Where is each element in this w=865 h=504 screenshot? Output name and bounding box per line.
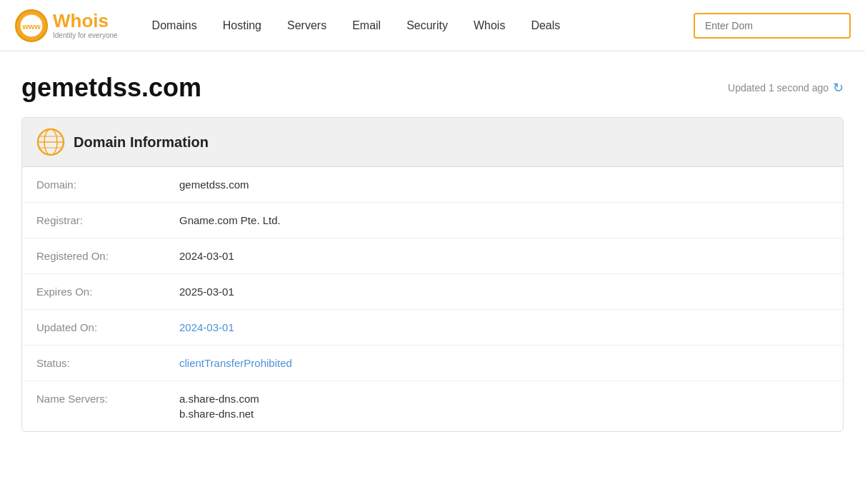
updated-on-link[interactable]: 2024-03-01 — [179, 321, 234, 333]
nav-item-email[interactable]: Email — [339, 0, 394, 51]
field-value-registered-on: 2024-03-01 — [165, 238, 843, 274]
card-title: Domain Information — [74, 134, 209, 151]
main-content: gemetdss.com Updated 1 second ago ↻ Doma… — [0, 51, 865, 453]
logo[interactable]: www Whois Identity for everyone — [14, 9, 118, 43]
table-row: Name Servers: a.share-dns.com b.share-dn… — [22, 381, 843, 432]
field-label-name-servers: Name Servers: — [22, 381, 165, 432]
name-server-1: a.share-dns.com — [179, 393, 829, 405]
domain-info-table: Domain: gemetdss.com Registrar: Gname.co… — [22, 167, 843, 431]
table-row: Domain: gemetdss.com — [22, 167, 843, 203]
page-title: gemetdss.com — [21, 73, 201, 103]
field-value-status: clientTransferProhibited — [165, 346, 843, 381]
header: www Whois Identity for everyone Domains … — [0, 0, 865, 51]
logo-brand: Whois — [53, 11, 118, 30]
table-row: Status: clientTransferProhibited — [22, 346, 843, 381]
card-header: Domain Information — [22, 118, 843, 167]
logo-tagline: Identity for everyone — [53, 31, 118, 39]
field-label-status: Status: — [22, 346, 165, 381]
field-label-domain: Domain: — [22, 167, 165, 203]
main-nav: Domains Hosting Servers Email Security W… — [139, 0, 694, 51]
svg-text:www: www — [21, 22, 41, 31]
name-server-2: b.share-dns.net — [179, 408, 829, 420]
domain-info-card: Domain Information Domain: gemetdss.com … — [21, 117, 844, 432]
logo-text: Whois Identity for everyone — [53, 11, 118, 39]
field-label-expires-on: Expires On: — [22, 274, 165, 310]
field-value-registrar: Gname.com Pte. Ltd. — [165, 203, 843, 238]
field-value-expires-on: 2025-03-01 — [165, 274, 843, 310]
table-row: Registrar: Gname.com Pte. Ltd. — [22, 203, 843, 238]
domain-header: gemetdss.com Updated 1 second ago ↻ — [21, 73, 844, 103]
table-row: Updated On: 2024-03-01 — [22, 310, 843, 346]
status-link[interactable]: clientTransferProhibited — [179, 357, 292, 369]
table-row: Registered On: 2024-03-01 — [22, 238, 843, 274]
name-servers-list: a.share-dns.com b.share-dns.net — [179, 393, 829, 420]
field-value-domain: gemetdss.com — [165, 167, 843, 203]
field-value-updated-on: 2024-03-01 — [165, 310, 843, 346]
nav-item-domains[interactable]: Domains — [139, 0, 210, 51]
nav-item-whois[interactable]: Whois — [461, 0, 518, 51]
nav-item-servers[interactable]: Servers — [274, 0, 339, 51]
refresh-icon[interactable]: ↻ — [833, 80, 844, 96]
field-value-name-servers: a.share-dns.com b.share-dns.net — [165, 381, 843, 432]
nav-item-deals[interactable]: Deals — [518, 0, 573, 51]
field-label-registered-on: Registered On: — [22, 238, 165, 274]
whois-logo-icon: www — [14, 9, 49, 43]
table-row: Expires On: 2025-03-01 — [22, 274, 843, 310]
updated-info: Updated 1 second ago ↻ — [728, 80, 844, 96]
updated-text: Updated 1 second ago — [728, 82, 829, 94]
www-globe-icon — [36, 128, 65, 156]
field-label-registrar: Registrar: — [22, 203, 165, 238]
nav-item-security[interactable]: Security — [394, 0, 461, 51]
field-label-updated-on: Updated On: — [22, 310, 165, 346]
nav-item-hosting[interactable]: Hosting — [210, 0, 274, 51]
domain-search-input[interactable] — [694, 13, 851, 39]
